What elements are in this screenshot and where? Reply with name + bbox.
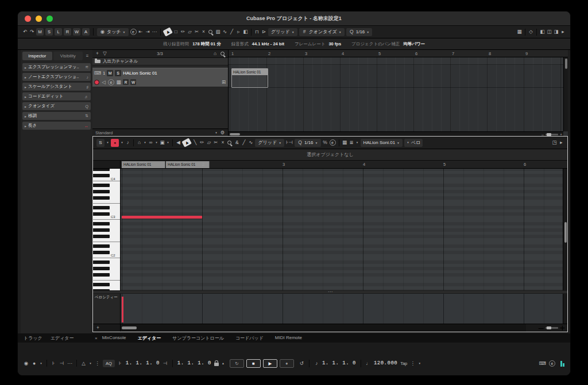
velocity-bar[interactable] [122, 297, 123, 322]
record-in-editor-button[interactable]: ● [111, 139, 119, 147]
midi-note[interactable] [122, 216, 202, 219]
step-input-icon[interactable]: ▦ [342, 140, 347, 145]
inspector-section-quantize[interactable]: ▸ クオンタイズ Q [22, 102, 91, 110]
tab-track-inspector[interactable]: トラック [24, 335, 42, 341]
inspector-section-chord-edit[interactable]: ▸ コードエディット ♬ [22, 92, 91, 100]
scissors-tool-icon[interactable]: ✂ [213, 140, 218, 145]
autoscroll-icon[interactable]: ⌂ [137, 140, 142, 145]
lock-icon[interactable] [214, 363, 219, 366]
retrospective-record-icon[interactable]: ↺ [299, 361, 304, 366]
record-button[interactable]: ● [280, 359, 294, 368]
controller-lane-header[interactable]: ベロシティー [93, 294, 121, 324]
punch-in-icon[interactable]: ⊦ [51, 361, 56, 366]
cycle-button[interactable]: ↻ [230, 359, 244, 368]
piano-black-key[interactable] [93, 251, 110, 254]
piano-black-key[interactable] [93, 228, 110, 232]
chevron-down-icon[interactable]: ▾ [418, 362, 421, 365]
minimize-window-button[interactable] [36, 15, 42, 22]
snap-on-off-icon[interactable]: ⊓ [254, 29, 260, 34]
track-visibility-home-icon[interactable]: ⌂ [212, 51, 218, 56]
comp-tool-icon[interactable]: ▧ [215, 29, 220, 34]
quantize-percent-icon[interactable]: % [323, 140, 328, 145]
link-editors-icon[interactable]: ∞ [148, 140, 153, 145]
instrument-editor-icon[interactable]: ▦ [116, 80, 121, 85]
read-all-button[interactable]: R [64, 28, 71, 36]
tertiary-time-display[interactable]: 1. 1. 1. 0 [322, 360, 356, 366]
scrollbar-thumb[interactable] [230, 133, 240, 135]
acoustic-feedback-icon[interactable]: ♪ [125, 140, 130, 145]
eraser-tool-icon[interactable]: ▱ [206, 140, 211, 145]
edit-channel-e-button[interactable]: e [130, 29, 137, 35]
piano-black-key[interactable] [93, 260, 110, 264]
link-caret-icon[interactable]: ▾ [155, 141, 158, 144]
piano-black-key[interactable] [93, 283, 110, 286]
automation-mode-dropdown[interactable]: ◉ タッチ ▼ [97, 28, 129, 36]
midi-input-icon[interactable]: ≣ [349, 140, 354, 145]
setup-toolbar-icon[interactable]: ▸ [560, 29, 566, 34]
object-selection-tool-icon[interactable]: ▲ [181, 138, 192, 147]
mute-all-button[interactable]: M [36, 28, 44, 36]
event-colors-dropdown[interactable]: ▾ ベロ [404, 139, 423, 147]
add-lane-button[interactable]: + [95, 325, 100, 330]
open-in-window-icon[interactable]: ◳ [552, 140, 557, 145]
tab-inspector[interactable]: Inspector [22, 52, 52, 60]
drumstick-tool-icon[interactable]: ╲ [192, 140, 198, 145]
read-automation-button[interactable]: R [123, 79, 129, 85]
primary-time-display[interactable]: 1. 1. 1. 0 [126, 360, 160, 366]
play-tool-icon[interactable]: ▹ [236, 29, 241, 34]
click-caret-icon[interactable]: ▾ [40, 362, 42, 365]
instrument-track-row[interactable]: ⌨ 1 M S HALion Sonic 01 ◁ e ▦ R W ⊞ [92, 68, 228, 87]
add-track-button[interactable]: + [95, 51, 100, 56]
note-grid[interactable] [121, 169, 563, 290]
tempo-display[interactable]: 120.000 [374, 360, 397, 366]
piano-black-key[interactable] [93, 212, 110, 216]
marker-icon[interactable]: ▲ [222, 362, 225, 365]
editor-quantize-dropdown[interactable]: Q 1/16 ▼ [295, 139, 321, 147]
tab-editor-inspector[interactable]: エディター [51, 335, 74, 341]
punch-out-icon[interactable]: ⊣ [59, 361, 64, 366]
pencil-tool-icon[interactable]: ✏ [180, 29, 185, 34]
scrollbar-thumb[interactable] [564, 222, 567, 243]
piano-black-key[interactable] [93, 169, 110, 171]
mute-tool-icon[interactable]: × [220, 140, 225, 145]
time-warp-tool-icon[interactable]: ∿ [222, 29, 227, 34]
stop-button[interactable]: ■ [246, 359, 261, 368]
vertical-scrollbar[interactable] [563, 57, 568, 131]
close-window-button[interactable] [25, 15, 31, 22]
piano-black-key[interactable] [93, 289, 110, 290]
piano-black-key[interactable] [93, 273, 110, 277]
editor-ruler[interactable]: HALion Sonic 01 HALion Sonic 01 23456 [93, 161, 567, 169]
io-channels-row[interactable]: 入出力チャンネル [92, 58, 228, 65]
punch-more-icon[interactable]: ⋯ [67, 361, 72, 366]
maximize-window-button[interactable] [47, 15, 53, 22]
velocity-lane[interactable] [121, 294, 563, 324]
editor-vertical-scrollbar[interactable] [563, 169, 567, 290]
scissors-tool-icon[interactable]: ✂ [194, 29, 199, 34]
quantize-value-dropdown[interactable]: Q 1/16 ▼ [346, 28, 373, 36]
range-selection-tool-icon[interactable]: □ [173, 29, 179, 34]
inspector-section-length[interactable]: ▸ 長さ ↔ [22, 122, 91, 130]
input-caret-icon[interactable]: ▾ [356, 141, 359, 144]
scrollbar-thumb[interactable] [565, 59, 567, 69]
piano-black-key[interactable] [93, 174, 110, 177]
show-part-borders-icon[interactable]: ▣ [160, 140, 165, 145]
zoom-slider[interactable] [546, 134, 558, 135]
zoom-slider[interactable] [546, 327, 558, 329]
time-warp-tool-icon[interactable]: ∿ [248, 140, 253, 145]
edit-channel-e-button[interactable]: e [330, 139, 336, 146]
vertical-more-icon[interactable]: ⋮ [410, 361, 415, 366]
solo-caret-icon[interactable]: ▾ [106, 141, 109, 144]
metronome-icon[interactable]: △ [81, 361, 86, 366]
piano-black-key[interactable] [93, 190, 110, 193]
piano-black-key[interactable] [93, 235, 110, 238]
track-list-empty-area[interactable] [92, 87, 228, 129]
mixer-e-button[interactable]: e [549, 360, 555, 367]
click-state-icon[interactable]: ● [32, 361, 37, 366]
tab-chord-pads[interactable]: コードパッド [235, 335, 264, 341]
suspend-automation-button[interactable]: A [82, 28, 90, 36]
zoom-tool-icon[interactable] [227, 140, 233, 146]
piano-black-key[interactable] [93, 222, 110, 225]
close-lower-zone-icon[interactable]: × [95, 336, 98, 341]
timeline-ruler[interactable]: 123456789 [229, 50, 568, 57]
nudge-grid-icon[interactable]: ⊦⊣ [286, 140, 293, 145]
